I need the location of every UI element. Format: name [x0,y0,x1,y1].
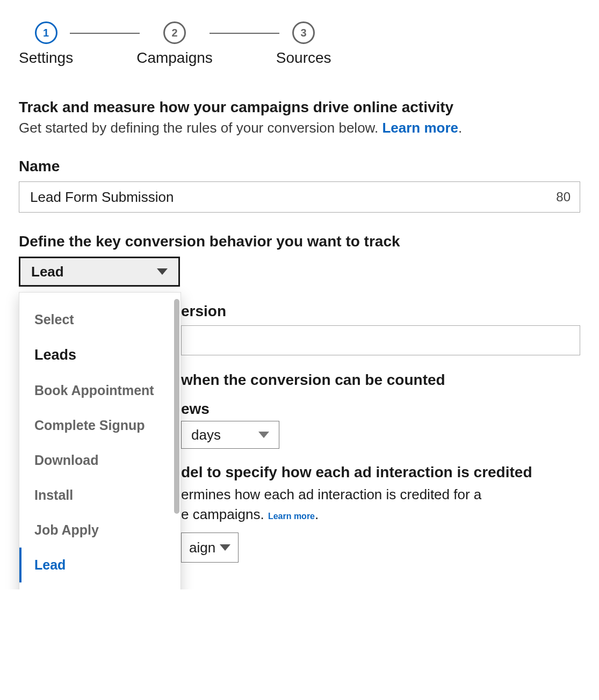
step-sources[interactable]: 3 Sources [276,21,331,67]
step-label-1: Settings [19,49,73,67]
chevron-down-icon [220,544,230,551]
step-circle-2: 2 [163,21,186,44]
value-heading-fragment: ersion [181,303,226,319]
name-section: Name 80 [19,158,580,213]
behavior-label: Define the key conversion behavior you w… [19,233,580,250]
learn-more-link[interactable]: Learn more [382,120,458,136]
option-group-leads: Leads [19,337,181,373]
attribution-select-fragment: aign [189,539,215,556]
timeframe-heading-fragment: when the conversion can be counted [181,371,445,388]
stepper: 1 Settings 2 Campaigns 3 Sources [19,21,580,67]
step-label-3: Sources [276,49,331,67]
step-connector [70,33,140,34]
step-label-2: Campaigns [136,49,213,67]
attribution-body-2: e campaigns. [181,506,268,522]
name-input[interactable] [19,181,580,213]
chevron-down-icon [157,268,168,275]
behavior-section: Define the key conversion behavior you w… [19,233,580,563]
option-job-apply[interactable]: Job Apply [19,513,181,548]
intro-subheading: Get started by defining the rules of you… [19,118,580,137]
views-days-select[interactable]: days [181,421,279,449]
value-input[interactable] [181,325,580,355]
option-download[interactable]: Download [19,443,181,478]
step-circle-3: 3 [292,21,315,44]
attribution-learn-more-link[interactable]: Learn more [268,512,315,521]
option-placeholder[interactable]: Select [19,302,181,337]
attribution-model-select[interactable]: aign [181,533,239,563]
intro-heading: Track and measure how your campaigns dri… [19,99,580,116]
attribution-body-1: ermines how each ad interaction is credi… [181,486,481,502]
char-remaining: 80 [556,189,571,205]
step-settings[interactable]: 1 Settings [19,21,73,67]
step-campaigns[interactable]: 2 Campaigns [136,21,213,67]
behavior-dropdown[interactable]: Lead [19,257,180,287]
chevron-down-icon [258,432,269,438]
step-circle-1: 1 [35,21,57,44]
attribution-heading-fragment: del to specify how each ad interaction i… [181,464,532,480]
behavior-dropdown-menu: Select Leads Book Appointment Complete S… [19,292,181,589]
intro-section: Track and measure how your campaigns dri… [19,99,580,137]
behavior-selected: Lead [31,264,64,280]
option-outbound-click[interactable]: Outbound Click [19,582,181,589]
days-label: days [191,427,221,443]
option-lead[interactable]: Lead [19,548,181,582]
step-connector [210,33,279,34]
option-complete-signup[interactable]: Complete Signup [19,408,181,443]
intro-sub-text: Get started by defining the rules of you… [19,120,382,136]
timeframe-sub-fragment: ews [181,400,210,417]
option-install[interactable]: Install [19,478,181,513]
option-book-appointment[interactable]: Book Appointment [19,373,181,408]
name-label: Name [19,158,580,175]
